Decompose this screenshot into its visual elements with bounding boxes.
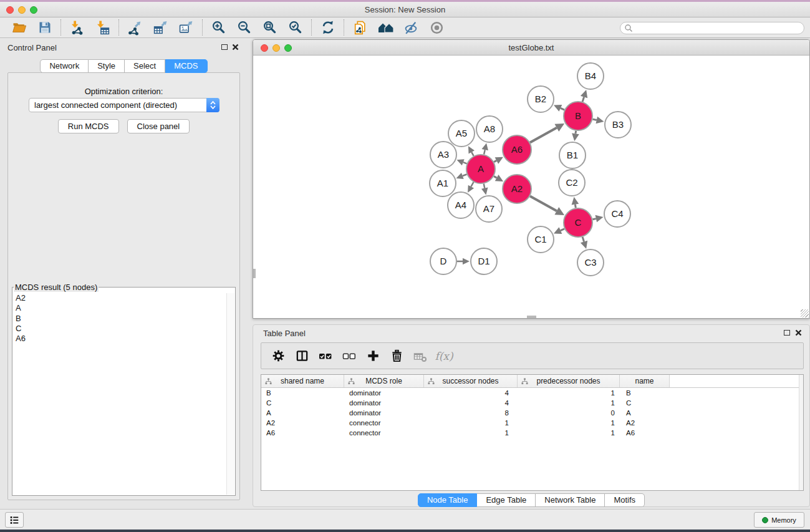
graph-edge[interactable] xyxy=(530,128,557,143)
graph-edge[interactable] xyxy=(471,182,473,186)
tab-node-table[interactable]: Node Table xyxy=(418,493,478,507)
import-table-button[interactable] xyxy=(90,19,115,36)
zoom-fit-button[interactable] xyxy=(257,19,282,36)
table-cell: connector xyxy=(344,418,424,428)
result-item[interactable]: A2 xyxy=(13,293,226,303)
graph-edge[interactable] xyxy=(592,219,595,220)
float-panel-icon[interactable] xyxy=(221,44,228,50)
column-header[interactable]: MCDS role xyxy=(344,375,424,387)
zoom-window-button[interactable] xyxy=(30,6,37,14)
export-network-button[interactable] xyxy=(122,19,148,36)
graph-edge[interactable] xyxy=(575,205,576,208)
clone-network-button[interactable] xyxy=(347,19,373,36)
save-session-button[interactable] xyxy=(32,19,57,36)
edge-arrowhead-icon xyxy=(482,143,488,150)
delete-column-button[interactable] xyxy=(385,346,408,367)
tab-style[interactable]: Style xyxy=(89,59,125,73)
network-zoom-button[interactable] xyxy=(284,44,292,52)
tab-edge-table[interactable]: Edge Table xyxy=(477,493,536,507)
tab-network-table[interactable]: Network Table xyxy=(536,493,605,507)
import-network-button[interactable] xyxy=(64,19,90,36)
export-network-icon xyxy=(127,20,143,36)
close-panel-icon[interactable] xyxy=(232,44,239,51)
graph-edge[interactable] xyxy=(484,150,485,154)
graph-edge[interactable] xyxy=(582,97,584,102)
network-close-button[interactable] xyxy=(261,44,268,52)
tab-network[interactable]: Network xyxy=(40,59,89,73)
column-selector-button[interactable] xyxy=(290,346,314,367)
graph-edge[interactable] xyxy=(494,177,497,178)
mcds-result-list[interactable]: A2ABCA6 xyxy=(13,293,226,495)
search-input[interactable] xyxy=(633,23,804,33)
table-row[interactable]: Bdominator41B xyxy=(261,388,803,398)
run-mcds-button[interactable]: Run MCDS xyxy=(58,119,119,133)
graph-edge[interactable] xyxy=(576,131,576,134)
hide-details-button[interactable] xyxy=(398,19,424,36)
add-column-button[interactable] xyxy=(361,346,385,367)
network-window-titlebar[interactable]: testGlobe.txt xyxy=(253,40,809,56)
close-panel-button[interactable]: Close panel xyxy=(127,119,190,133)
network-canvas[interactable]: B4B2BB3A8A5A6A3B1AC2A1A2A4A7C4CC1C3DD1 xyxy=(253,56,809,318)
network-minimize-button[interactable] xyxy=(272,44,280,52)
result-item[interactable]: A6 xyxy=(13,334,226,344)
tab-motifs[interactable]: Motifs xyxy=(605,493,645,507)
result-scrollbar[interactable] xyxy=(226,293,234,495)
graph-edge[interactable] xyxy=(484,184,485,188)
zoom-selected-button[interactable] xyxy=(282,19,308,36)
table-row[interactable]: A6connector11A6 xyxy=(261,428,803,438)
export-image-button[interactable] xyxy=(173,19,199,36)
column-header[interactable]: name xyxy=(620,375,670,387)
minimize-window-button[interactable] xyxy=(18,6,26,14)
table-settings-button[interactable] xyxy=(266,346,290,367)
graph-edge[interactable] xyxy=(561,229,564,231)
column-header[interactable]: successor nodes xyxy=(424,375,518,387)
graph-edge[interactable] xyxy=(530,196,557,211)
result-item[interactable]: A xyxy=(13,303,226,313)
search-box[interactable] xyxy=(620,22,804,34)
zoom-in-button[interactable] xyxy=(206,19,231,36)
edge-arrowhead-icon xyxy=(581,90,587,98)
double-home-icon xyxy=(378,20,394,35)
open-file-button[interactable] xyxy=(6,19,32,36)
column-header[interactable]: predecessor nodes xyxy=(518,375,620,387)
canvas-vscroll-thumb[interactable] xyxy=(253,269,256,278)
graph-edge[interactable] xyxy=(463,174,467,176)
show-details-button[interactable] xyxy=(424,19,450,36)
table-row[interactable]: Cdominator41C xyxy=(261,398,803,408)
show-tasks-button[interactable] xyxy=(5,512,24,528)
apply-layout-button[interactable] xyxy=(373,19,398,36)
float-table-panel-icon[interactable] xyxy=(784,330,790,336)
select-all-button[interactable] xyxy=(314,346,337,367)
graph-edge[interactable] xyxy=(471,152,473,156)
function-builder-button[interactable]: f(x) xyxy=(432,346,456,367)
close-window-button[interactable] xyxy=(6,6,14,14)
table-cell: A2 xyxy=(261,418,344,428)
delete-table-button[interactable] xyxy=(408,346,432,367)
node-label: D xyxy=(440,256,447,266)
graph-edge[interactable] xyxy=(592,119,596,120)
memory-button[interactable]: Memory xyxy=(754,512,804,528)
optimization-criterion-dropdown[interactable]: largest connected component (directed) xyxy=(29,98,219,112)
graph-edge[interactable] xyxy=(582,237,584,242)
table-cell: B xyxy=(620,388,670,398)
result-item[interactable]: B xyxy=(13,314,226,324)
refresh-button[interactable] xyxy=(315,19,340,36)
result-item[interactable]: C xyxy=(13,324,226,334)
table-scrollbar[interactable] xyxy=(799,375,803,490)
export-table-button[interactable] xyxy=(148,19,173,36)
deselect-all-button[interactable] xyxy=(337,346,361,367)
graph-edge[interactable] xyxy=(494,160,496,162)
graph-edge[interactable] xyxy=(561,108,564,110)
table-row[interactable]: Adominator80A xyxy=(261,408,803,418)
column-header[interactable]: shared name xyxy=(261,375,344,387)
tab-select[interactable]: Select xyxy=(125,59,165,73)
canvas-hscroll-thumb[interactable] xyxy=(527,316,536,318)
tab-mcds[interactable]: MCDS xyxy=(165,59,207,73)
close-table-panel-icon[interactable] xyxy=(795,329,802,336)
node-label: C4 xyxy=(611,208,623,219)
table-row[interactable]: A2connector11A2 xyxy=(261,418,803,428)
zoom-out-button[interactable] xyxy=(231,19,257,36)
graph-edge[interactable] xyxy=(463,162,467,163)
table-cell: C xyxy=(620,398,670,408)
resize-grip-icon[interactable] xyxy=(801,309,809,317)
